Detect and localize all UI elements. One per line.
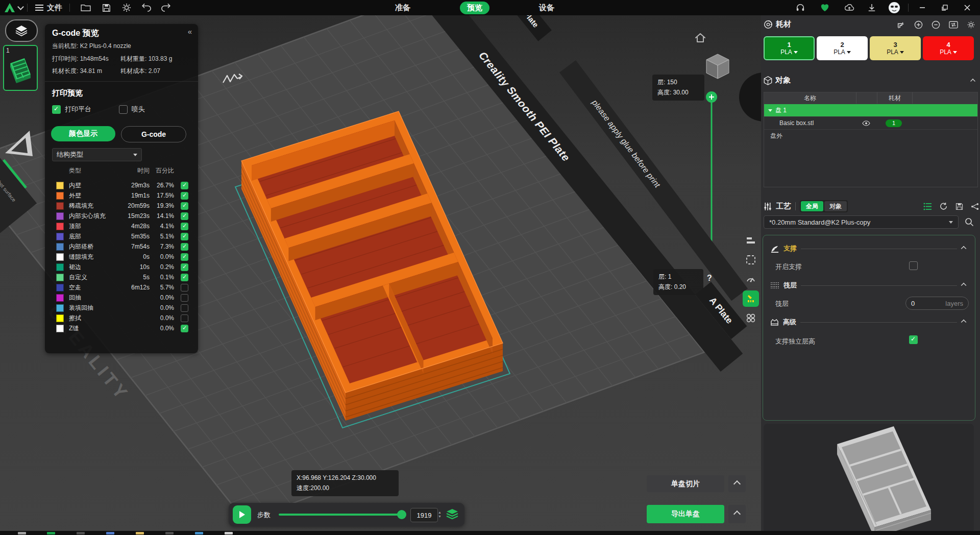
- app-logo[interactable]: [4, 3, 15, 13]
- tool-section-view[interactable]: [743, 252, 759, 268]
- raft-layers-input[interactable]: 0 layers: [905, 297, 969, 310]
- tab-device[interactable]: 设备: [532, 2, 561, 14]
- layers-view-button[interactable]: [5, 19, 38, 42]
- legend-visibility-checkbox[interactable]: [181, 274, 188, 281]
- search-settings-icon[interactable]: [965, 217, 974, 227]
- objects-collapse-icon[interactable]: [970, 79, 975, 84]
- plate-thumbnail[interactable]: 1: [3, 45, 38, 91]
- visibility-eye-icon[interactable]: [862, 120, 870, 126]
- logo-dropdown-icon[interactable]: [17, 4, 24, 10]
- save-preset-icon[interactable]: [955, 203, 963, 210]
- play-button[interactable]: [233, 505, 251, 524]
- filament-slot-2[interactable]: 2 PLA: [817, 36, 868, 60]
- slice-options-button[interactable]: [728, 475, 746, 492]
- plate-row[interactable]: 盘 1: [764, 104, 977, 116]
- layer-slider-handle[interactable]: [706, 91, 717, 103]
- legend-visibility-checkbox[interactable]: [181, 263, 188, 271]
- legend-color-swatch: [56, 212, 64, 220]
- stat-print-time: 打印时间: 1h48m54s: [52, 55, 109, 63]
- platform-checkbox[interactable]: [52, 105, 61, 114]
- legend-row: 顶部4m28s4.1%: [45, 221, 198, 231]
- process-sliders-icon: [764, 202, 772, 211]
- legend-visibility-checkbox[interactable]: [181, 212, 188, 220]
- raft-section-header[interactable]: 筏层: [770, 281, 966, 290]
- close-button[interactable]: [960, 1, 975, 14]
- gcode-button[interactable]: G-code: [121, 126, 186, 142]
- support-section-header[interactable]: 支撑: [770, 244, 966, 253]
- download-icon[interactable]: [864, 1, 879, 14]
- minimize-button[interactable]: [915, 1, 930, 14]
- structure-type-dropdown[interactable]: 结构类型: [52, 148, 142, 161]
- tree-expand-caret[interactable]: [768, 109, 772, 112]
- view-orientation-cube[interactable]: [706, 54, 729, 79]
- enable-support-checkbox[interactable]: [909, 261, 918, 270]
- preset-dropdown[interactable]: *0.20mm Standard@K2 Plus-copy: [764, 215, 959, 229]
- filament-slot-3[interactable]: 3 PLA: [870, 36, 921, 60]
- support-headset-icon[interactable]: [793, 1, 808, 14]
- layer-stack-icon[interactable]: [446, 509, 458, 520]
- process-tab-global[interactable]: 全局: [801, 201, 823, 211]
- section-collapse-icon: [961, 320, 967, 325]
- legend-visibility-checkbox[interactable]: [181, 253, 188, 261]
- independent-support-layer-checkbox[interactable]: [909, 335, 918, 344]
- help-icon[interactable]: ?: [707, 274, 712, 283]
- add-filament-icon[interactable]: [914, 20, 923, 29]
- legend-visibility-checkbox[interactable]: [181, 294, 188, 302]
- save-button[interactable]: [99, 1, 114, 14]
- creality-cloud-icon[interactable]: [817, 1, 832, 14]
- legend-color-swatch: [56, 243, 64, 251]
- remove-filament-icon[interactable]: [932, 20, 940, 29]
- file-menu[interactable]: 文件: [32, 1, 65, 14]
- color-display-button[interactable]: 颜色显示: [51, 126, 115, 141]
- steps-stepper[interactable]: ▲▼: [438, 508, 444, 521]
- slice-plate-button[interactable]: 单盘切片: [647, 475, 724, 492]
- filament-slot-4[interactable]: 4 PLA: [923, 36, 974, 60]
- legend-visibility-checkbox[interactable]: [181, 202, 188, 210]
- steps-slider-track[interactable]: [279, 514, 401, 516]
- extrude-faucet-icon[interactable]: [896, 21, 905, 29]
- filament-slot-1[interactable]: 1 PLA: [764, 36, 815, 60]
- legend-visibility-checkbox[interactable]: [181, 233, 188, 240]
- tool-speed-gauge[interactable]: [743, 271, 759, 287]
- cloud-upload-icon[interactable]: [842, 1, 857, 14]
- nozzle-checkbox[interactable]: [119, 105, 128, 114]
- settings-gear-button[interactable]: [119, 1, 134, 14]
- object-row[interactable]: Basic box.stl 1: [764, 116, 977, 129]
- tab-prepare[interactable]: 准备: [388, 2, 418, 14]
- legend-visibility-checkbox[interactable]: [181, 243, 188, 251]
- legend-visibility-checkbox[interactable]: [181, 284, 188, 291]
- compare-preset-icon[interactable]: [971, 203, 979, 210]
- tool-support-paint[interactable]: [743, 290, 759, 307]
- legend-visibility-checkbox[interactable]: [181, 314, 188, 322]
- export-plate-button[interactable]: 导出单盘: [647, 505, 724, 523]
- support-icon: [770, 245, 779, 253]
- undo-button[interactable]: [139, 1, 155, 14]
- export-options-button[interactable]: [728, 505, 746, 523]
- legend-visibility-checkbox[interactable]: [181, 304, 188, 312]
- reset-preset-icon[interactable]: [940, 202, 948, 210]
- open-file-button[interactable]: [78, 1, 93, 14]
- legend-visibility-checkbox[interactable]: [181, 192, 188, 200]
- legend-visibility-checkbox[interactable]: [181, 182, 188, 189]
- process-tab-object[interactable]: 对象: [824, 201, 847, 211]
- legend-visibility-checkbox[interactable]: [181, 325, 188, 332]
- redo-button[interactable]: [158, 1, 173, 14]
- object-filament-badge[interactable]: 1: [886, 119, 902, 127]
- steps-value-input[interactable]: 1919: [410, 508, 438, 522]
- steps-slider-handle[interactable]: [397, 510, 406, 519]
- user-avatar[interactable]: [887, 1, 902, 14]
- dropdown-caret-icon: [133, 154, 137, 156]
- filament-settings-gear-icon[interactable]: [967, 20, 975, 29]
- panel-collapse-button[interactable]: «: [188, 27, 192, 36]
- legend-visibility-checkbox[interactable]: [181, 223, 188, 230]
- tab-preview[interactable]: 预览: [460, 2, 489, 14]
- outside-plate-row[interactable]: 盘外: [764, 129, 977, 142]
- param-list-icon[interactable]: [923, 203, 932, 210]
- stat-filament-length: 耗材长度: 34.81 m: [52, 67, 102, 76]
- sync-filament-icon[interactable]: [949, 21, 958, 29]
- tool-layers-range[interactable]: [743, 232, 759, 249]
- tool-multi-plate[interactable]: [743, 310, 759, 326]
- maximize-button[interactable]: [937, 1, 952, 14]
- advanced-section-header[interactable]: 高级: [770, 318, 966, 327]
- os-taskbar[interactable]: [0, 531, 980, 535]
